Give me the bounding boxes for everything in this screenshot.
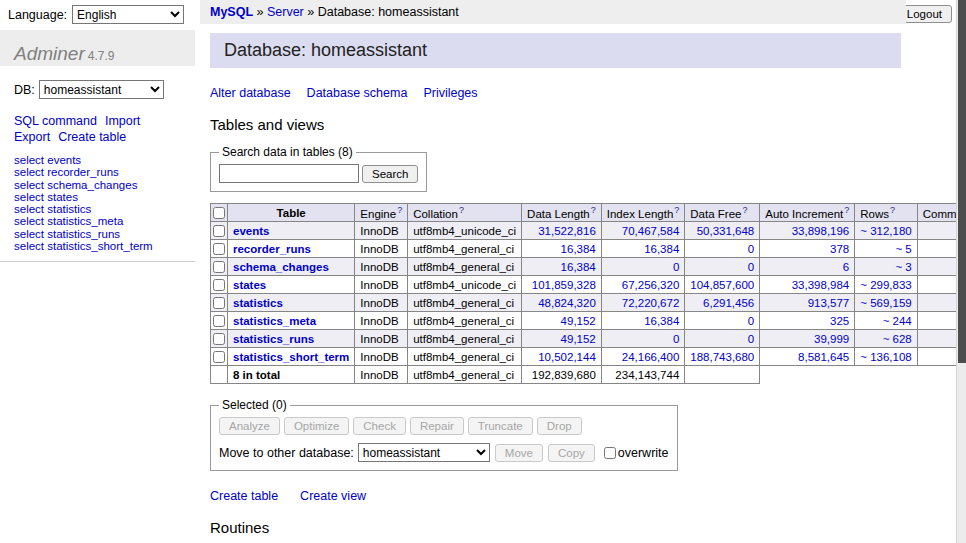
- index-length-link[interactable]: 24,166,400: [622, 351, 680, 363]
- sidebar-link-select-states[interactable]: select states: [14, 191, 78, 203]
- data-free-link[interactable]: 104,857,600: [690, 279, 754, 291]
- sidebar-link-select-statistics-runs[interactable]: select statistics_runs: [14, 228, 120, 240]
- language-select[interactable]: English: [72, 5, 184, 24]
- copy-button[interactable]: Copy: [548, 444, 595, 462]
- row-checkbox[interactable]: [213, 261, 225, 273]
- bulk-repair-button[interactable]: Repair: [410, 417, 464, 435]
- index-length-link[interactable]: 16,384: [644, 315, 679, 327]
- rows-link[interactable]: ~ 628: [883, 333, 912, 345]
- auto-increment-link[interactable]: 325: [830, 315, 849, 327]
- row-checkbox[interactable]: [213, 351, 225, 363]
- data-length-link[interactable]: 49,152: [561, 315, 596, 327]
- index-length-link[interactable]: 0: [673, 333, 679, 345]
- auto-increment-link[interactable]: 33,398,984: [792, 279, 850, 291]
- help-link[interactable]: ?: [459, 205, 464, 215]
- data-length-link[interactable]: 101,859,328: [532, 279, 596, 291]
- help-link[interactable]: ?: [844, 205, 849, 215]
- sidebar-link-import[interactable]: Import: [105, 114, 140, 128]
- rows-link[interactable]: ~ 244: [883, 315, 912, 327]
- rows-link[interactable]: ~ 3: [895, 261, 911, 273]
- row-checkbox[interactable]: [213, 243, 225, 255]
- data-length-link[interactable]: 16,384: [561, 243, 596, 255]
- breadcrumb-item-mysql[interactable]: MySQL: [210, 5, 253, 19]
- overwrite-checkbox[interactable]: [604, 447, 616, 459]
- rows-link[interactable]: ~ 136,108: [860, 351, 911, 363]
- rows-link[interactable]: ~ 569,159: [860, 297, 911, 309]
- sidebar-link-select-statistics[interactable]: select statistics: [14, 203, 91, 215]
- bulk-check-button[interactable]: Check: [353, 417, 406, 435]
- table-name-link[interactable]: statistics: [233, 297, 283, 309]
- db-select[interactable]: homeassistant: [39, 80, 164, 99]
- data-length-link[interactable]: 10,502,144: [538, 351, 596, 363]
- rows-link[interactable]: ~ 5: [895, 243, 911, 255]
- move-db-select[interactable]: homeassistant: [358, 443, 490, 462]
- scrollbar[interactable]: [956, 0, 966, 543]
- link-create-view[interactable]: Create view: [300, 489, 366, 503]
- data-length-link[interactable]: 48,824,320: [538, 297, 596, 309]
- breadcrumb-item-server[interactable]: Server: [267, 5, 304, 19]
- sidebar-link-select-schema-changes[interactable]: select schema_changes: [14, 179, 137, 191]
- sidebar-link-select-recorder-runs[interactable]: select recorder_runs: [14, 166, 119, 178]
- bulk-optimize-button[interactable]: Optimize: [284, 417, 349, 435]
- data-length-link[interactable]: 49,152: [561, 333, 596, 345]
- scrollbar-thumb[interactable]: [958, 0, 966, 363]
- search-button[interactable]: Search: [362, 165, 418, 183]
- index-length-link[interactable]: 72,220,672: [622, 297, 680, 309]
- data-free-link[interactable]: 0: [748, 315, 754, 327]
- table-name-link[interactable]: schema_changes: [233, 261, 329, 273]
- bulk-analyze-button[interactable]: Analyze: [219, 417, 280, 435]
- data-free-link[interactable]: 0: [748, 261, 754, 273]
- sidebar-link-create-table[interactable]: Create table: [58, 130, 126, 144]
- data-free-link[interactable]: 0: [748, 333, 754, 345]
- link-create-table[interactable]: Create table: [210, 489, 278, 503]
- link-privileges[interactable]: Privileges: [423, 86, 477, 100]
- bulk-truncate-button[interactable]: Truncate: [468, 417, 533, 435]
- table-name-link[interactable]: statistics_runs: [233, 333, 314, 345]
- help-link[interactable]: ?: [591, 205, 596, 215]
- help-link[interactable]: ?: [674, 205, 679, 215]
- index-length-link[interactable]: 67,256,320: [622, 279, 680, 291]
- row-checkbox[interactable]: [213, 333, 225, 345]
- data-free-link[interactable]: 0: [748, 243, 754, 255]
- help-link[interactable]: ?: [890, 205, 895, 215]
- data-length-link[interactable]: 31,522,816: [538, 225, 596, 237]
- rows-link[interactable]: ~ 312,180: [860, 225, 911, 237]
- auto-increment-link[interactable]: 378: [830, 243, 849, 255]
- table-name-link[interactable]: states: [233, 279, 266, 291]
- data-free-link[interactable]: 6,291,456: [703, 297, 754, 309]
- index-length-link[interactable]: 0: [673, 261, 679, 273]
- index-length-link[interactable]: 70,467,584: [622, 225, 680, 237]
- auto-increment-link[interactable]: 33,898,196: [792, 225, 850, 237]
- auto-increment-link[interactable]: 8,581,645: [798, 351, 849, 363]
- row-checkbox[interactable]: [213, 315, 225, 327]
- auto-increment-link[interactable]: 6: [843, 261, 849, 273]
- data-free-link[interactable]: 50,331,648: [697, 225, 755, 237]
- link-alter-database[interactable]: Alter database: [210, 86, 291, 100]
- auto-increment-link[interactable]: 39,999: [814, 333, 849, 345]
- table-name-link[interactable]: statistics_short_term: [233, 351, 349, 363]
- table-name-link[interactable]: events: [233, 225, 269, 237]
- help-link[interactable]: ?: [397, 205, 402, 215]
- sidebar-link-select-events[interactable]: select events: [14, 154, 81, 166]
- sidebar-link-select-statistics-meta[interactable]: select statistics_meta: [14, 215, 123, 227]
- row-checkbox[interactable]: [213, 297, 225, 309]
- table-name-link[interactable]: statistics_meta: [233, 315, 316, 327]
- row-checkbox[interactable]: [213, 225, 225, 237]
- auto-increment-link[interactable]: 913,577: [808, 297, 850, 309]
- row-checkbox[interactable]: [213, 279, 225, 291]
- select-all-checkbox[interactable]: [213, 207, 225, 219]
- sidebar-link-export[interactable]: Export: [14, 130, 50, 144]
- search-input[interactable]: [219, 164, 359, 183]
- table-name-link[interactable]: recorder_runs: [233, 243, 311, 255]
- data-free-link[interactable]: 188,743,680: [690, 351, 754, 363]
- sidebar-link-sql-command[interactable]: SQL command: [14, 114, 97, 128]
- help-link[interactable]: ?: [742, 205, 747, 215]
- bulk-drop-button[interactable]: Drop: [537, 417, 582, 435]
- sidebar-link-select-statistics-short-term[interactable]: select statistics_short_term: [14, 240, 153, 252]
- index-length-link[interactable]: 16,384: [644, 243, 679, 255]
- link-database-schema[interactable]: Database schema: [307, 86, 408, 100]
- move-button[interactable]: Move: [495, 444, 543, 462]
- rows-link[interactable]: ~ 299,833: [860, 279, 911, 291]
- engine-cell: InnoDB: [355, 330, 408, 348]
- data-length-link[interactable]: 16,384: [561, 261, 596, 273]
